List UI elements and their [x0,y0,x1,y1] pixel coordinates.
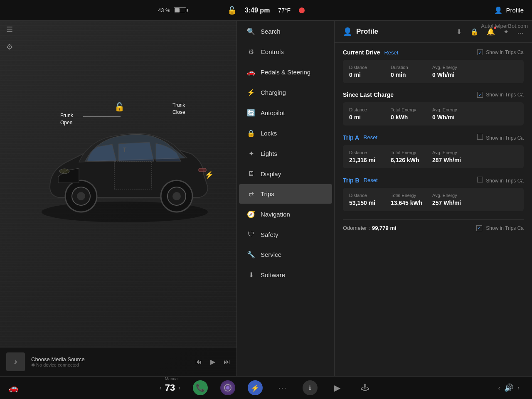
slc-energy-value: 0 kWh [391,114,424,121]
autohelper-watermark: AutoHelperBot.com [481,23,528,29]
locks-icon: 🔒 [246,129,256,137]
profile-label: Profile [506,7,524,14]
navigation-icon: 🧭 [246,210,256,218]
trip-b-reset[interactable]: Reset [364,177,378,183]
duration-label: Duration [391,65,424,70]
menu-item-locks[interactable]: 🔒 Locks [239,123,332,143]
pedals-label: Pedals & Steering [261,69,310,76]
menu-item-search[interactable]: 🔍 Search [239,22,332,41]
slc-energy-label: Total Energy [391,107,424,112]
car-icon-taskbar[interactable]: 🚗 [8,383,19,393]
volume-icon[interactable]: 🔊 [504,383,513,392]
lock-icon[interactable]: 🔒 [470,28,478,36]
bluetooth-button[interactable]: ⚡ [248,380,263,395]
camera-button[interactable] [220,380,235,395]
media-bar: ♪ Choose Media Source ✱ No device connec… [0,347,236,376]
menu-item-trips[interactable]: ⇄ Trips [239,184,332,204]
trip-a-reset[interactable]: Reset [363,134,377,140]
svg-point-11 [226,386,229,389]
odometer-row: Odometer : 99,779 mi Show in Trips Ca [343,219,524,236]
menu-item-software[interactable]: ⬇ Software [239,265,332,285]
download-icon[interactable]: ⬇ [456,28,462,36]
vol-right-arrow[interactable]: › [517,384,520,391]
taskbar: 🚗 ‹ Manual 73 › 📞 ⚡ ··· ℹ ▶ 🕹 ‹ 🔊 › [0,376,532,399]
prev-button[interactable]: ⏮ [195,358,202,366]
ta-energy-value: 6,126 kWh [391,157,424,163]
avg-energy-value: 0 Wh/mi [432,71,466,78]
slc-distance-label: Distance [349,107,382,112]
gamepad-button[interactable]: 🕹 [357,380,372,395]
wheel-icon: ⚙ [6,42,13,52]
taskbar-center: ‹ Manual 73 › 📞 ⚡ ··· ℹ ▶ 🕹 [160,380,372,395]
media-title: Choose Media Source [31,356,189,362]
trip-a-checkbox[interactable] [477,134,483,140]
trip-a-stats: Distance 21,316 mi Total Energy 6,126 kW… [343,145,524,168]
trip-a-show: Show in Trips Ca [477,134,524,141]
controls-icon: ⚙ [246,48,256,56]
menu-item-navigation[interactable]: 🧭 Navigation [239,204,332,224]
trip-b-header: Trip B Reset Show in Trips Ca [343,177,524,184]
tb-distance-value: 53,150 mi [349,200,382,206]
menu-item-service[interactable]: 🔧 Service [239,245,332,264]
since-last-charge-checkbox[interactable] [477,92,483,98]
trip-b-checkbox[interactable] [477,177,483,182]
more-button[interactable]: ··· [275,380,290,395]
tb-avg-value: 257 Wh/mi [432,200,466,206]
trunk-status: Trunk Close [172,102,185,116]
left-panel: ☰ ⚙ Frunk Open Trunk Close 🔓 [0,21,237,376]
svg-point-6 [172,192,181,200]
svg-text:T: T [123,146,127,153]
charge-indicator-icon: ⚡ [204,170,214,180]
menu-panel: 🔍 Search ⚙ Controls 🚗 Pedals & Steering … [237,21,335,376]
menu-item-pedals[interactable]: 🚗 Pedals & Steering [239,62,332,82]
vol-left-arrow[interactable]: ‹ [498,384,500,391]
safety-icon: 🛡 [246,231,256,238]
phone-button[interactable]: 📞 [193,380,208,395]
trip-b-total-energy: Total Energy 13,645 kWh [391,193,424,206]
ta-distance-value: 21,316 mi [349,157,382,163]
current-drive-reset[interactable]: Reset [384,49,398,56]
service-label: Service [261,251,281,258]
ta-distance-label: Distance [349,150,382,155]
temp-decrease-button[interactable]: ‹ [160,384,162,391]
menu-item-lights[interactable]: ✦ Lights [239,144,332,163]
car-lock-icon: 🔓 [114,102,125,112]
play-task-button[interactable]: ▶ [330,380,345,395]
search-label: Search [261,28,281,35]
avg-energy-label: Avg. Energy [432,65,466,70]
navigation-label: Navigation [261,211,290,218]
menu-item-safety[interactable]: 🛡 Safety [239,225,332,244]
media-controls[interactable]: ⏮ ▶ ⏭ [195,358,230,366]
current-drive-checkbox[interactable] [477,49,483,55]
media-thumbnail: ♪ [6,352,25,371]
pedals-icon: 🚗 [246,68,256,76]
svg-point-3 [77,192,85,200]
temp-increase-button[interactable]: › [178,384,180,391]
menu-item-charging[interactable]: ⚡ Charging [239,83,332,102]
next-button[interactable]: ⏭ [224,358,230,366]
slc-avg-energy: Avg. Energy 0 Wh/mi [432,107,466,121]
menu-item-display[interactable]: 🖥 Display [239,164,332,183]
trip-a-section: Trip A Reset Show in Trips Ca Distance 2… [343,134,524,168]
autopilot-icon: 🔄 [246,109,256,117]
profile-area[interactable]: 👤 Profile [494,6,524,14]
menu-item-autopilot[interactable]: 🔄 Autopilot [239,103,332,123]
trip-b-title: Trip B [343,177,360,184]
distance-label: Distance [349,65,382,70]
menu-item-controls[interactable]: ⚙ Controls [239,42,332,62]
current-drive-section: Current Drive Reset Show in Trips Ca Dis… [343,49,524,83]
media-subtitle: ✱ No device connected [31,362,189,368]
frunk-state-text: Open [60,119,73,126]
odometer-checkbox[interactable] [476,225,482,231]
lights-label: Lights [261,150,277,157]
charging-label: Charging [261,89,286,96]
menu-icon-tl[interactable]: ☰ [6,25,13,34]
info-button[interactable]: ℹ [303,380,318,395]
play-button[interactable]: ▶ [210,358,215,366]
current-drive-show-trips: Show in Trips Ca [477,49,524,56]
lights-icon: ✦ [246,150,256,158]
car-visualization: T [25,104,224,229]
trips-icon: ⇄ [246,190,256,198]
tb-energy-value: 13,645 kWh [391,200,424,206]
slc-avg-value: 0 Wh/mi [432,114,466,121]
